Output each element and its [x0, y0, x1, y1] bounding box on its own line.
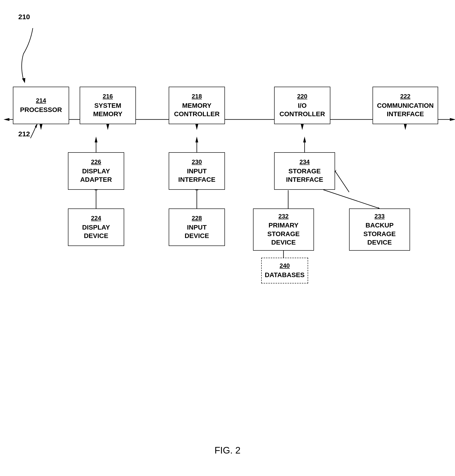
box-234-label: STORAGEINTERFACE	[286, 167, 323, 184]
box-216: 216 SYSTEMMEMORY	[80, 87, 136, 124]
box-233: 233 BACKUPSTORAGEDEVICE	[349, 209, 410, 251]
box-240-num: 240	[279, 262, 290, 270]
box-224-label: DISPLAYDEVICE	[82, 223, 110, 240]
box-222-label: COMMUNICATIONINTERFACE	[377, 101, 434, 119]
svg-marker-6	[450, 118, 455, 121]
svg-line-41	[335, 171, 349, 192]
box-220: 220 I/OCONTROLLER	[274, 87, 330, 124]
svg-marker-14	[195, 124, 198, 130]
box-226-label: DISPLAYADAPTER	[80, 167, 112, 184]
box-240: 240 DATABASES	[261, 258, 308, 283]
svg-marker-8	[40, 124, 42, 130]
box-220-label: I/OCONTROLLER	[279, 101, 325, 119]
box-234: 234 STORAGEINTERFACE	[274, 152, 335, 190]
ref-210: 210	[18, 13, 30, 21]
box-214-num: 214	[36, 97, 46, 105]
box-218-num: 218	[192, 93, 202, 100]
svg-marker-36	[303, 137, 306, 142]
svg-marker-20	[404, 124, 407, 130]
box-224: 224 DISPLAYDEVICE	[68, 209, 124, 246]
box-214: 214 PROCESSOR	[13, 87, 69, 124]
box-228: 228 INPUTDEVICE	[169, 209, 225, 246]
box-226: 226 DISPLAYADAPTER	[68, 152, 124, 190]
svg-marker-5	[3, 118, 9, 121]
svg-marker-30	[195, 137, 198, 142]
svg-marker-45	[22, 78, 25, 83]
box-233-num: 233	[374, 212, 384, 220]
box-222-num: 222	[400, 93, 410, 100]
figure-label: FIG. 2	[204, 445, 251, 456]
box-240-label: DATABASES	[265, 271, 305, 279]
box-218-label: MEMORYCONTROLLER	[174, 101, 219, 119]
box-228-label: INPUTDEVICE	[185, 223, 209, 240]
ref-212: 212	[18, 130, 30, 138]
box-222: 222 COMMUNICATIONINTERFACE	[373, 87, 438, 124]
box-230-num: 230	[192, 158, 202, 166]
box-234-num: 234	[300, 158, 309, 166]
svg-marker-17	[301, 124, 304, 130]
svg-line-39	[323, 190, 380, 209]
box-232: 232 PRIMARYSTORAGEDEVICE	[253, 209, 314, 251]
box-228-num: 228	[192, 214, 202, 222]
box-216-label: SYSTEMMEMORY	[93, 101, 122, 119]
box-233-label: BACKUPSTORAGEDEVICE	[363, 221, 396, 247]
box-218: 218 MEMORYCONTROLLER	[169, 87, 225, 124]
box-214-label: PROCESSOR	[20, 106, 62, 114]
svg-marker-11	[106, 124, 109, 130]
svg-marker-24	[95, 137, 98, 142]
box-232-num: 232	[278, 212, 288, 220]
box-230-label: INPUTINTERFACE	[178, 167, 216, 184]
diagram: 210 212 FIG. 2	[0, 0, 455, 476]
box-232-label: PRIMARYSTORAGEDEVICE	[267, 221, 300, 247]
box-224-num: 224	[91, 214, 101, 222]
box-226-num: 226	[91, 158, 101, 166]
box-230: 230 INPUTINTERFACE	[169, 152, 225, 190]
box-220-num: 220	[297, 93, 307, 100]
box-216-num: 216	[103, 93, 113, 100]
